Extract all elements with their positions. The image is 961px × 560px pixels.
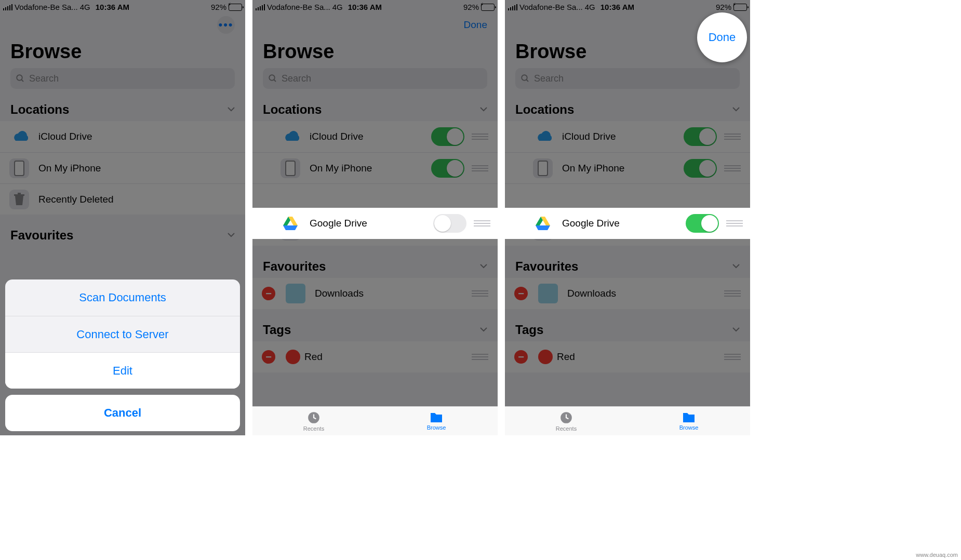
done-highlight-circle[interactable]: Done — [697, 12, 747, 62]
gdrive-row-highlight: Google Drive — [252, 208, 498, 239]
svg-marker-15 — [536, 225, 550, 230]
gdrive-icon — [533, 214, 553, 233]
tab-bar: Recents Browse — [252, 406, 498, 435]
gdrive-icon — [281, 214, 300, 233]
action-sheet: Scan Documents Connect to Server Edit Ca… — [5, 279, 240, 431]
connect-to-server-option[interactable]: Connect to Server — [5, 316, 240, 352]
clock-icon — [307, 411, 321, 424]
svg-marker-8 — [283, 225, 298, 230]
tab-recents[interactable]: Recents — [505, 407, 628, 435]
tab-recents-label: Recents — [556, 425, 577, 432]
screenshot-3: Vodafone-Be Sa... 4G 10:36 AM 92% ⚡︎ Don… — [505, 0, 750, 435]
tab-browse-label: Browse — [679, 424, 699, 431]
tab-browse[interactable]: Browse — [375, 407, 498, 435]
tab-recents-label: Recents — [303, 425, 324, 432]
edit-option[interactable]: Edit — [5, 352, 240, 389]
tab-browse-label: Browse — [427, 424, 446, 431]
clock-icon — [559, 411, 573, 424]
done-label: Done — [709, 31, 736, 44]
gdrive-label: Google Drive — [310, 218, 367, 229]
tab-recents[interactable]: Recents — [252, 407, 375, 435]
tab-browse[interactable]: Browse — [628, 407, 750, 435]
reorder-handle-icon[interactable] — [726, 220, 743, 226]
watermark: www.deuaq.com — [916, 552, 958, 558]
reorder-handle-icon[interactable] — [474, 220, 490, 226]
gdrive-toggle[interactable] — [686, 214, 719, 233]
scan-documents-option[interactable]: Scan Documents — [5, 279, 240, 316]
gdrive-row-highlight: Google Drive — [505, 208, 750, 239]
gdrive-label: Google Drive — [562, 218, 620, 229]
screenshot-2: Vodafone-Be Sa... 4G 10:36 AM 92% ⚡︎ Don… — [252, 0, 498, 435]
gdrive-toggle[interactable] — [433, 214, 466, 233]
cancel-button[interactable]: Cancel — [5, 395, 240, 431]
screenshot-1: Vodafone-Be Sa... 4G 10:36 AM 92% ⚡︎ •••… — [0, 0, 245, 435]
folder-icon — [430, 412, 443, 423]
tab-bar: Recents Browse — [505, 406, 750, 435]
folder-icon — [682, 412, 696, 423]
